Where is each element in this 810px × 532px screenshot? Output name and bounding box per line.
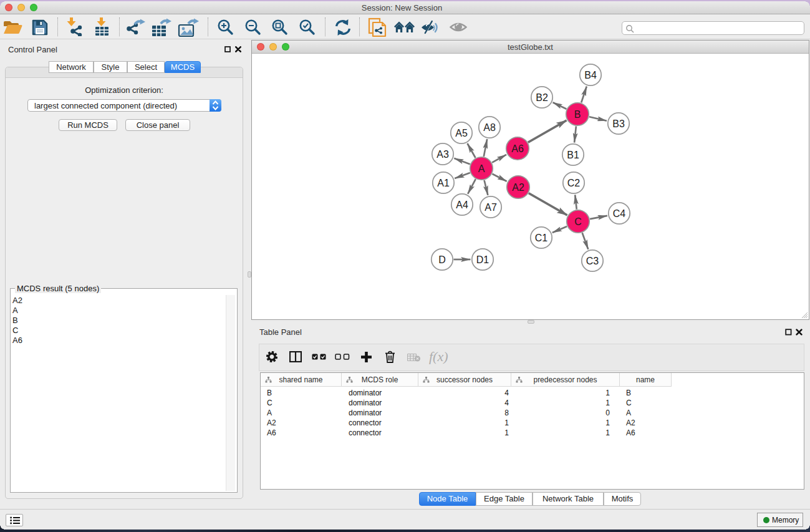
svg-text:A: A xyxy=(478,163,485,174)
svg-text:D1: D1 xyxy=(476,254,489,265)
svg-text:B: B xyxy=(574,109,581,120)
svg-text:B2: B2 xyxy=(536,92,548,103)
svg-text:A5: A5 xyxy=(455,128,468,138)
svg-text:A2: A2 xyxy=(512,182,524,193)
svg-text:A4: A4 xyxy=(456,200,468,210)
svg-text:C1: C1 xyxy=(535,233,548,243)
svg-text:A3: A3 xyxy=(436,149,449,160)
svg-text:D: D xyxy=(438,254,446,265)
svg-text:B3: B3 xyxy=(612,118,625,129)
svg-text:C2: C2 xyxy=(567,178,581,188)
svg-text:B4: B4 xyxy=(584,70,597,80)
svg-text:A1: A1 xyxy=(437,178,450,188)
svg-text:A7: A7 xyxy=(485,202,497,213)
svg-text:B1: B1 xyxy=(567,150,579,160)
svg-text:A6: A6 xyxy=(511,143,524,154)
svg-text:C: C xyxy=(574,216,582,227)
svg-text:C3: C3 xyxy=(586,256,599,266)
svg-text:C4: C4 xyxy=(613,208,626,219)
svg-text:A8: A8 xyxy=(483,122,496,133)
